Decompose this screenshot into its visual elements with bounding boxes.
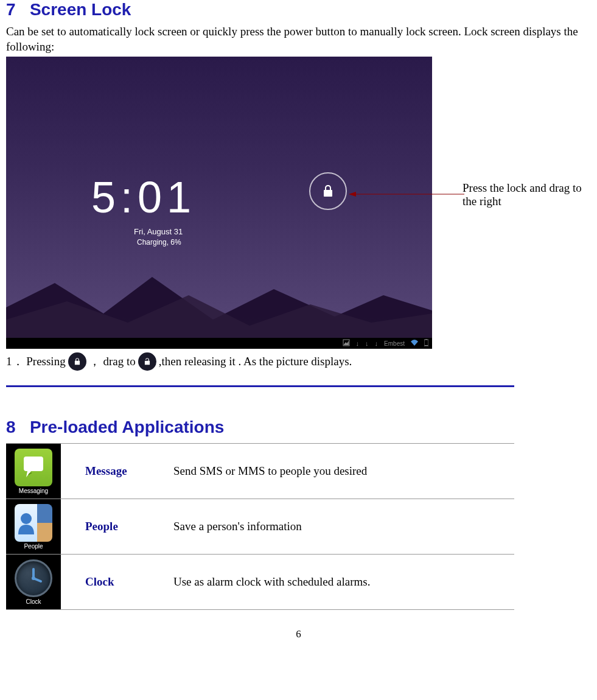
table-row: Messaging Message Send SMS or MMS to peo…	[6, 444, 514, 499]
lock-screen-screenshot: 5:01 Fri, August 31 Charging, 6% ↓ ↓ ↓ E…	[6, 57, 432, 349]
screenshot-with-annotation: 5:01 Fri, August 31 Charging, 6% ↓ ↓ ↓ E…	[6, 57, 591, 349]
image-icon	[343, 339, 350, 348]
messaging-app-icon: Messaging	[6, 444, 61, 499]
status-bar: ↓ ↓ ↓ Embest	[6, 338, 432, 349]
applications-table: Messaging Message Send SMS or MMS to peo…	[6, 443, 514, 610]
app-icon-cell: Clock	[6, 555, 67, 609]
svg-marker-3	[344, 341, 349, 345]
inline-lock-icon	[68, 352, 86, 371]
section-7-number: 7	[6, 0, 16, 19]
lock-screen-date: Fri, August 31	[134, 227, 183, 236]
section-7-title: Screen Lock	[30, 0, 131, 19]
lock-icon-circle[interactable]	[309, 172, 347, 210]
messaging-icon-label: Messaging	[19, 488, 48, 494]
svg-point-9	[21, 513, 32, 524]
step-prefix: 1． Pressing	[6, 354, 66, 369]
section-8-heading: 8 Pre-loaded Applications	[6, 418, 591, 437]
annotation-arrow	[349, 194, 461, 195]
step-mid: ， drag to	[89, 354, 136, 369]
section-8-title: Pre-loaded Applications	[30, 418, 224, 436]
status-device-name: Embest	[384, 340, 405, 347]
svg-point-12	[32, 576, 35, 580]
svg-marker-8	[349, 192, 356, 197]
app-description: Save a person's information	[173, 520, 514, 533]
svg-rect-5	[425, 339, 427, 340]
section-7-heading: 7 Screen Lock	[6, 0, 591, 19]
table-row: People People Save a person's informatio…	[6, 499, 514, 555]
people-icon-label: People	[24, 543, 43, 550]
wallpaper-mountains	[6, 265, 432, 338]
clock-icon-label: Clock	[26, 598, 41, 605]
app-name: Clock	[67, 575, 173, 589]
svg-rect-6	[425, 345, 428, 346]
app-name: Message	[67, 464, 173, 478]
app-description: Use as alarm clock with scheduled alarms…	[173, 575, 514, 589]
battery-icon	[424, 339, 428, 348]
section-divider	[6, 385, 514, 387]
people-app-icon: People	[6, 499, 61, 554]
page-number: 6	[6, 628, 591, 640]
status-icons: ↓ ↓ ↓ Embest	[343, 339, 428, 348]
lock-screen-time: 5:01	[91, 172, 196, 222]
download-icon-2: ↓	[365, 340, 369, 347]
lock-screen-charging: Charging, 6%	[137, 238, 181, 247]
section-7-intro: Can be set to automatically lock screen …	[6, 24, 591, 54]
wifi-icon	[411, 340, 418, 347]
table-row: Clock Clock Use as alarm clock with sche…	[6, 555, 514, 610]
lock-icon	[321, 184, 335, 198]
download-icon: ↓	[356, 340, 360, 347]
section-8-number: 8	[6, 418, 16, 436]
step-suffix: ,then releasing it . As the picture disp…	[159, 355, 352, 368]
download-icon-3: ↓	[375, 340, 379, 347]
step-1-instruction: 1． Pressing ， drag to ,then releasing it…	[6, 352, 591, 371]
clock-app-icon: Clock	[6, 555, 61, 609]
app-icon-cell: Messaging	[6, 444, 67, 499]
annotation-text: Press the lock and drag to the right	[463, 181, 596, 208]
app-description: Send SMS or MMS to people you desired	[173, 464, 514, 478]
app-name: People	[67, 520, 173, 533]
app-icon-cell: People	[6, 499, 67, 554]
inline-unlock-icon	[138, 352, 156, 371]
